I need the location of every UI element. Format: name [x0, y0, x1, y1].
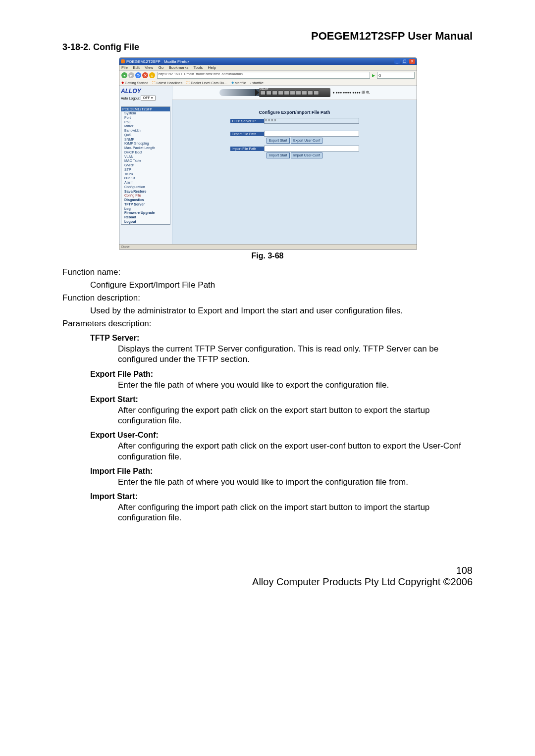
nav-8021x[interactable]: 802.1X [121, 176, 170, 181]
export-start-button[interactable]: Export Start [267, 138, 290, 144]
nav-snmp[interactable]: SNMP [121, 138, 170, 142]
tftp-field: TFTP Server IP 0.0.0.0 [230, 118, 359, 124]
go-icon[interactable]: ▶ [372, 73, 375, 78]
menu-edit[interactable]: Edit [133, 65, 140, 70]
home-icon[interactable]: ⌂ [149, 72, 155, 78]
firefox-icon [121, 59, 125, 63]
page-number: 108 [252, 565, 473, 576]
bookmark-startfile-2[interactable]: ▫startfile [250, 81, 264, 85]
nav-reboot[interactable]: Reboot [121, 215, 170, 220]
product-title: POEGEM12T2SFP User Manual [311, 30, 473, 43]
nav-mirror[interactable]: Mirror [121, 124, 170, 129]
nav-logout[interactable]: Logout [121, 220, 170, 224]
config-panel: Configure Export/Import File Path TFTP S… [172, 100, 417, 244]
param-tftp-label: TFTP Server: [90, 334, 473, 343]
nav-save-restore[interactable]: Save/Restore [121, 190, 170, 194]
params-label: Parameters description: [62, 319, 473, 329]
search-box[interactable]: G [377, 72, 415, 79]
bookmark-getting-started[interactable]: ◆Getting Started [121, 81, 148, 85]
nav-alarm[interactable]: Alarm [121, 181, 170, 185]
menu-help[interactable]: Help [208, 65, 216, 70]
nav-trunk[interactable]: Trunk [121, 172, 170, 177]
import-path-field: Import File Path [230, 146, 359, 151]
nav-bandwidth[interactable]: Bandwidth [121, 129, 170, 133]
window-title: POEGEM12T2SFP - Mozilla Firefox [126, 59, 189, 64]
nav-dhcp-boot[interactable]: DHCP Boot [121, 151, 170, 155]
auto-logout-row: Auto Logout OFF ▾ [121, 96, 170, 101]
status-bar: Done [119, 244, 417, 249]
bookmarks-toolbar: ◆Getting Started ⛶Latest Headlines ⛶Deal… [119, 80, 417, 86]
param-export-start-label: Export Start: [90, 395, 473, 404]
auto-logout-label: Auto Logout [121, 97, 140, 100]
back-icon[interactable]: ◂ [121, 72, 127, 78]
export-path-label: Export File Path [230, 132, 264, 136]
nav-qos[interactable]: QoS [121, 133, 170, 138]
url-bar[interactable]: http://192.168.1.1/main_frame.html?first… [157, 72, 370, 79]
copyright-line: Alloy Computer Products Pty Ltd Copyrigh… [252, 576, 473, 588]
minimize-button[interactable]: _ [394, 59, 400, 64]
param-tftp-desc: Displays the current TFTP Server configu… [118, 344, 473, 365]
nav-port[interactable]: Port [121, 116, 170, 120]
param-import-path-label: Import File Path: [90, 467, 473, 476]
function-name-label: Function name: [62, 267, 473, 277]
menu-view[interactable]: View [145, 65, 153, 70]
param-export-path-desc: Enter the file path of where you would l… [118, 380, 473, 390]
nav-diagnostics[interactable]: Diagnostics [121, 198, 170, 202]
import-path-input[interactable] [264, 146, 359, 151]
nav-poe[interactable]: PoE [121, 120, 170, 125]
param-export-userconf-label: Export User-Conf: [90, 431, 473, 440]
forward-icon[interactable]: ▸ [128, 72, 134, 78]
param-export-path-label: Export File Path: [90, 370, 473, 379]
firefox-window: POEGEM12T2SFP - Mozilla Firefox _ ▢ X Fi… [119, 57, 417, 250]
nav-log[interactable]: Log [121, 207, 170, 211]
alloy-logo: ALLOY [121, 88, 170, 95]
nav-firmware-upgrade[interactable]: Firmware Upgrade [121, 211, 170, 215]
import-start-button[interactable]: Import Start [267, 152, 290, 158]
param-export-start-desc: After configuring the export path click … [118, 405, 473, 426]
nav-tftp-server[interactable]: TFTP Server [121, 202, 170, 207]
search-engine-icon: G [378, 74, 381, 77]
bookmark-latest-headlines[interactable]: ⛶Latest Headlines [152, 81, 182, 85]
nav-vlan[interactable]: VLAN [121, 155, 170, 159]
manual-page: POEGEM12T2SFP User Manual 3-18-2. Config… [0, 0, 535, 756]
config-title: Configure Export/Import File Path [192, 110, 397, 115]
import-path-label: Import File Path [230, 147, 264, 151]
switch-main: ● ●●● ●●●● ●●●● 维 电 Configure Export/Imp… [172, 86, 417, 244]
nav-configuration[interactable]: Configuration [121, 185, 170, 190]
menu-bookmarks[interactable]: Bookmarks [169, 65, 189, 70]
bookmark-dealer-cars[interactable]: ⛶Dealer Level Cars Do… [186, 81, 227, 85]
nav-toolbar: ◂ ▸ ⟳ ✕ ⌂ http://192.168.1.1/main_frame.… [119, 70, 417, 80]
menu-tools[interactable]: Tools [194, 65, 203, 70]
tftp-label: TFTP Server IP [230, 119, 264, 123]
function-name-value: Configure Export/Import File Path [90, 280, 473, 290]
tftp-value: 0.0.0.0 [264, 118, 359, 124]
auto-logout-select[interactable]: OFF ▾ [141, 96, 156, 101]
function-desc-value: Used by the administrator to Export and … [90, 306, 473, 316]
device-banner: ● ●●● ●●●● ●●●● 维 电 [172, 86, 417, 100]
export-path-input[interactable] [264, 131, 359, 137]
param-export-userconf-desc: After configuring the export path click … [118, 441, 473, 462]
nav-system[interactable]: System [121, 111, 170, 116]
param-import-start-desc: After configuring the import path click … [118, 502, 473, 523]
export-path-field: Export File Path [230, 131, 359, 137]
export-user-conf-button[interactable]: Export User-Conf [291, 138, 322, 144]
nav-gvrp[interactable]: GVRP [121, 163, 170, 168]
import-user-conf-button[interactable]: Import User-Conf [291, 152, 322, 158]
maximize-button[interactable]: ▢ [402, 59, 408, 64]
menu-go[interactable]: Go [159, 65, 164, 70]
nav-max-packet[interactable]: Max. Packet Length [121, 146, 170, 151]
menu-file[interactable]: File [121, 65, 128, 70]
reload-icon[interactable]: ⟳ [135, 72, 141, 78]
nav-menu-header: POEGEM12T2SFP [121, 107, 170, 111]
page-footer: 108 Alloy Computer Products Pty Ltd Copy… [252, 565, 473, 588]
bookmark-startfile-1[interactable]: ◆startfile [231, 81, 246, 85]
param-import-start-label: Import Start: [90, 492, 473, 501]
close-button[interactable]: X [409, 59, 415, 64]
nav-igmp[interactable]: IGMP Snooping [121, 142, 170, 146]
stop-icon[interactable]: ✕ [142, 72, 148, 78]
nav-stp[interactable]: STP [121, 168, 170, 172]
nav-mac-table[interactable]: MAC Table [121, 159, 170, 163]
window-titlebar: POEGEM12T2SFP - Mozilla Firefox _ ▢ X [119, 58, 417, 65]
nav-config-file[interactable]: Config File [121, 194, 170, 198]
device-image [259, 88, 330, 97]
